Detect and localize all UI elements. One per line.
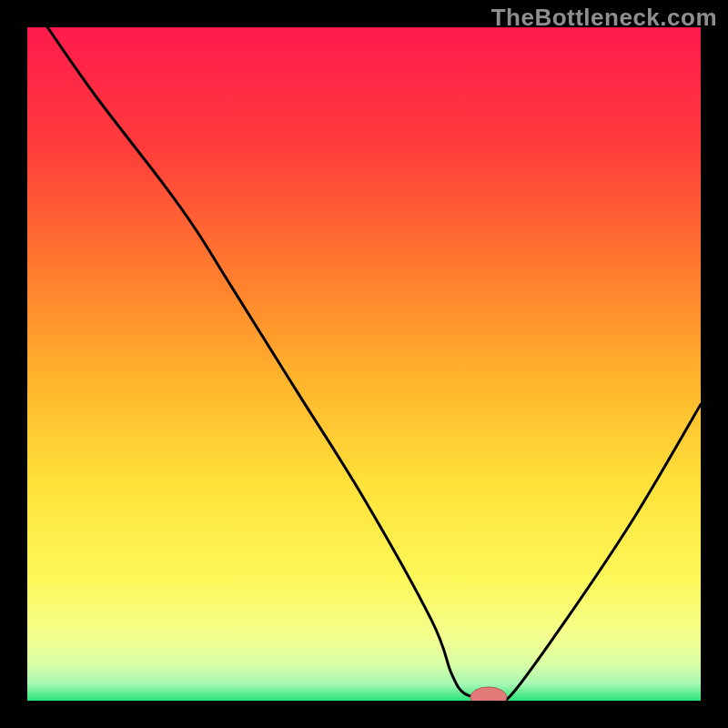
bottleneck-chart <box>27 27 701 701</box>
gradient-background <box>27 27 701 701</box>
chart-frame: { "watermark": "TheBottleneck.com", "col… <box>0 0 728 728</box>
